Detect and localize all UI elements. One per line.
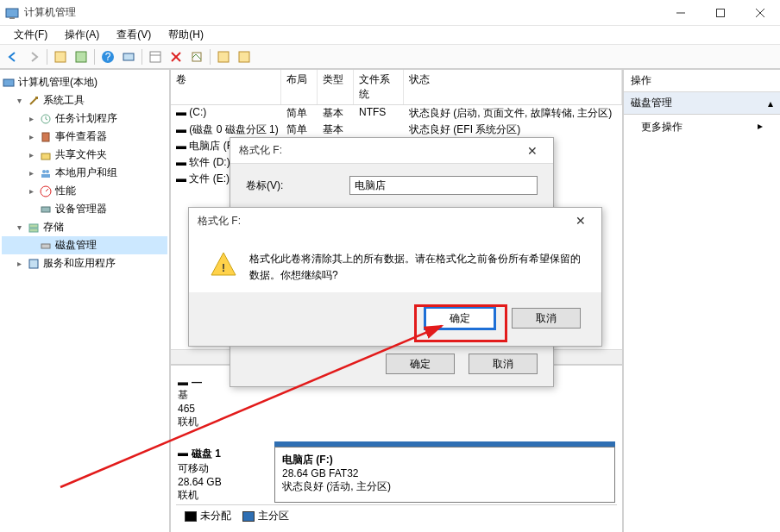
maximize-button[interactable] [701,0,740,26]
partition-f[interactable]: 电脑店 (F:) 28.64 GB FAT32 状态良好 (活动, 主分区) [274,447,615,503]
chevron-right-icon[interactable]: ▸ [26,168,36,178]
warning-icon: ! [210,251,237,279]
chevron-right-icon[interactable]: ▸ [26,132,36,141]
chevron-right-icon[interactable]: ▸ [26,150,36,160]
legend: 未分配 主分区 [176,504,617,523]
toolbar-icon-5[interactable] [187,47,206,66]
svg-rect-29 [29,228,38,232]
tools-icon [27,94,41,108]
volume-header: 卷 布局 类型 文件系统 状态 [171,70,622,105]
confirm-message: 格式化此卷将清除其上的所有数据。请在格式化之前备份所有希望保留的数据。你想继续吗… [249,251,581,284]
volume-row[interactable]: ▬ (磁盘 0 磁盘分区 1)简单基本状态良好 (EFI 系统分区) [171,122,622,138]
confirm-cancel-button[interactable]: 取消 [512,308,581,329]
format-cancel-button[interactable]: 取消 [469,354,538,374]
confirm-ok-button[interactable]: 确定 [425,308,494,329]
chevron-down-icon[interactable]: ▾ [14,222,24,232]
actions-title: 操作 [624,70,780,92]
back-button[interactable] [3,47,22,66]
tree-event-viewer[interactable]: ▸事件查看器 [2,128,167,146]
toolbar-icon-7[interactable] [235,47,254,66]
tree-device-manager[interactable]: ▸设备管理器 [2,200,167,218]
format-dialog-title: 格式化 F: [239,143,282,158]
users-icon [39,166,53,180]
toolbar: ? [0,45,780,69]
svg-rect-27 [41,207,50,212]
computer-icon [2,76,16,90]
tree-storage[interactable]: ▾ 存储 [2,218,167,236]
tree-services[interactable]: ▸ 服务和应用程序 [2,254,167,272]
chevron-right-icon[interactable]: ▸ [14,259,24,268]
svg-rect-6 [55,52,66,62]
svg-rect-21 [41,153,50,160]
col-layout[interactable]: 布局 [281,70,318,104]
svg-rect-1 [9,17,15,19]
svg-rect-10 [123,53,134,60]
col-fs[interactable]: 文件系统 [354,70,404,104]
nav-tree: 计算机管理(本地) ▾ 系统工具 ▸任务计划程序 ▸事件查看器 ▸共享文件夹 [0,70,171,532]
menu-view[interactable]: 查看(V) [108,26,160,44]
svg-rect-20 [42,133,49,141]
svg-rect-18 [3,79,14,86]
menubar: 文件(F) 操作(A) 查看(V) 帮助(H) [0,26,780,45]
tree-root-label: 计算机管理(本地) [18,75,98,90]
confirm-dialog: 格式化 F: ✕ ! 格式化此卷将清除其上的所有数据。请在格式化之前备份所有希望… [188,207,602,347]
svg-text:!: ! [222,262,225,274]
disk-1-row[interactable]: ▬磁盘 1 可移动 28.64 GB 联机 电脑店 (F:) 28.64 GB … [178,441,615,503]
col-type[interactable]: 类型 [318,70,354,104]
perf-icon [39,185,53,198]
col-volume[interactable]: 卷 [171,70,281,104]
actions-pane: 操作 磁盘管理 ▴ 更多操作 ▸ [624,70,780,532]
svg-point-22 [42,170,46,173]
book-icon [39,130,53,144]
actions-section[interactable]: 磁盘管理 ▴ [624,92,780,115]
tree-task-scheduler[interactable]: ▸任务计划程序 [2,110,167,128]
tree-root[interactable]: 计算机管理(本地) [2,73,167,91]
chevron-right-icon: ▸ [758,120,763,135]
tree-disk-management[interactable]: ▸磁盘管理 [2,236,167,254]
chevron-down-icon[interactable]: ▾ [14,96,24,105]
clock-icon [39,112,53,126]
help-icon[interactable]: ? [98,47,117,66]
svg-text:?: ? [105,51,111,63]
svg-point-23 [46,170,49,173]
tree-system-tools[interactable]: ▾ 系统工具 [2,91,167,110]
titlebar: 计算机管理 [0,0,780,26]
toolbar-icon-2[interactable] [72,47,91,66]
volume-row[interactable]: ▬ (C:)简单基本NTFS状态良好 (启动, 页面文件, 故障转储, 主分区) [171,105,622,122]
menu-file[interactable]: 文件(F) [5,26,56,44]
toolbar-icon-4[interactable] [146,47,165,66]
svg-rect-7 [76,52,86,62]
toolbar-icon-3[interactable] [119,47,138,66]
window-title: 计算机管理 [24,5,661,20]
minimize-button[interactable] [661,0,701,26]
svg-rect-3 [717,9,725,16]
chevron-right-icon[interactable]: ▸ [26,114,36,123]
close-icon[interactable]: ✕ [569,209,593,233]
toolbar-icon-6[interactable] [214,47,233,66]
svg-rect-30 [41,244,50,248]
volume-label-input[interactable] [349,176,538,195]
forward-button[interactable] [24,47,43,66]
menu-help[interactable]: 帮助(H) [160,26,212,44]
svg-rect-11 [150,52,160,62]
close-icon[interactable]: ✕ [520,139,544,163]
tree-performance[interactable]: ▸性能 [2,182,167,200]
svg-rect-17 [239,52,249,62]
tree-shared-folders[interactable]: ▸共享文件夹 [2,146,167,164]
chevron-right-icon[interactable]: ▸ [26,186,36,196]
toolbar-icon-1[interactable] [51,47,70,66]
share-icon [39,148,53,162]
col-status[interactable]: 状态 [404,70,622,104]
collapse-icon[interactable]: ▴ [768,97,773,110]
delete-icon[interactable] [167,47,186,66]
format-ok-button[interactable]: 确定 [386,354,455,374]
storage-icon [27,221,41,235]
more-actions[interactable]: 更多操作 ▸ [624,115,780,140]
tree-local-users[interactable]: ▸本地用户和组 [2,164,167,182]
menu-action[interactable]: 操作(A) [56,26,108,44]
svg-rect-0 [6,9,18,17]
svg-rect-24 [41,174,50,178]
svg-rect-16 [218,52,229,62]
app-icon [5,6,19,20]
close-button[interactable] [740,0,780,26]
